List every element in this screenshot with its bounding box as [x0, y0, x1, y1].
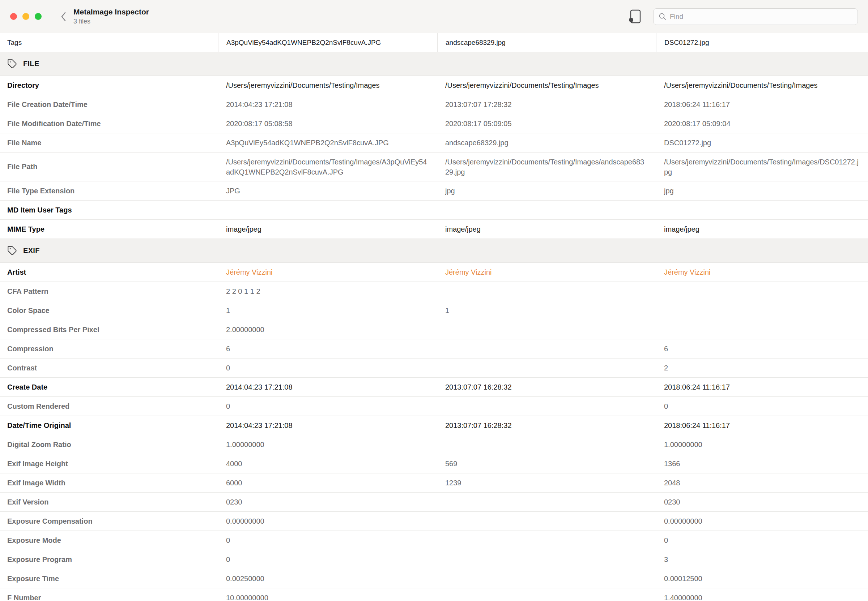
cell-value[interactable] — [437, 289, 656, 293]
cell-value[interactable] — [437, 346, 656, 351]
cell-value[interactable]: 10.00000000 — [218, 592, 437, 601]
cell-value[interactable] — [437, 577, 656, 581]
cell-value[interactable]: 0.00012500 — [656, 572, 868, 585]
cell-value[interactable] — [656, 308, 868, 313]
cell-value[interactable]: /Users/jeremyvizzini/Documents/Testing/I… — [656, 79, 868, 92]
cell-value[interactable]: JPG — [218, 185, 437, 197]
cell-value[interactable]: 2013:07:07 17:28:32 — [437, 98, 656, 111]
cell-value[interactable]: Jérémy Vizzini — [437, 266, 656, 279]
cell-value[interactable]: 569 — [437, 458, 656, 470]
cell-value[interactable]: 2 — [656, 362, 868, 374]
cell-value[interactable]: 1 — [437, 304, 656, 317]
cell-value[interactable]: 2014:04:23 17:21:08 — [218, 98, 437, 111]
cell-value[interactable]: 2020:08:17 05:08:58 — [218, 117, 437, 130]
cell-value[interactable]: 0 — [656, 400, 868, 413]
cell-value[interactable]: 6 — [656, 343, 868, 355]
cell-value[interactable]: jpg — [656, 185, 868, 197]
file-column-header[interactable]: andscape68329.jpg — [437, 33, 656, 52]
cell-value[interactable]: 1.00000000 — [218, 438, 437, 451]
cell-value[interactable] — [656, 289, 868, 293]
find-field[interactable] — [653, 8, 858, 25]
cell-value[interactable]: 2013:07:07 16:28:32 — [437, 381, 656, 394]
cell-value[interactable]: 0230 — [218, 496, 437, 508]
table-row: Exposure Time 0.00250000 0.00012500 — [0, 569, 868, 588]
cell-value[interactable]: 1.40000000 — [656, 592, 868, 601]
cell-value[interactable]: 2018:06:24 11:16:17 — [656, 98, 868, 111]
cell-value[interactable]: /Users/jeremyvizzini/Documents/Testing/I… — [656, 155, 868, 179]
table-row: Create Date 2014:04:23 17:21:08 2013:07:… — [0, 378, 868, 397]
cell-value[interactable]: 4000 — [218, 458, 437, 470]
cell-value[interactable]: Jérémy Vizzini — [656, 266, 868, 279]
cell-value[interactable]: 0.00000000 — [656, 515, 868, 528]
cell-value[interactable] — [437, 538, 656, 543]
window-subtitle: 3 files — [73, 18, 149, 25]
cell-value[interactable]: DSC01272.jpg — [656, 137, 868, 149]
cell-value[interactable]: 6000 — [218, 477, 437, 489]
cell-value[interactable]: 2 2 0 1 1 2 — [218, 285, 437, 298]
cell-value[interactable]: 1366 — [656, 458, 868, 470]
cell-value[interactable]: 0 — [218, 553, 437, 566]
cell-value[interactable]: 2.00000000 — [218, 323, 437, 336]
cell-value[interactable]: image/jpeg — [218, 223, 437, 236]
cell-value[interactable]: image/jpeg — [656, 223, 868, 236]
cell-value[interactable]: 2018:06:24 11:16:17 — [656, 381, 868, 394]
cell-value[interactable] — [437, 442, 656, 447]
row-label: MIME Type — [0, 223, 218, 236]
cell-value[interactable]: 0 — [218, 400, 437, 413]
cell-value[interactable] — [437, 557, 656, 561]
cell-value[interactable]: 2014:04:23 17:21:08 — [218, 419, 437, 432]
cell-value[interactable] — [656, 208, 868, 212]
cell-value[interactable]: image/jpeg — [437, 223, 656, 236]
cell-value[interactable]: 1239 — [437, 477, 656, 489]
document-button[interactable] — [628, 8, 642, 25]
cell-value[interactable]: 2018:06:24 11:16:17 — [656, 419, 868, 432]
cell-value[interactable] — [437, 366, 656, 370]
cell-value[interactable]: jpg — [437, 185, 656, 197]
section-label: FILE — [23, 59, 40, 68]
cell-value[interactable]: 0 — [218, 534, 437, 547]
file-column-header[interactable]: A3pQuViEy54adKQ1WNEPB2Q2nSvlF8cuvA.JPG — [218, 33, 437, 52]
cell-value[interactable]: /Users/jeremyvizzini/Documents/Testing/I… — [437, 155, 656, 179]
cell-value[interactable] — [437, 327, 656, 332]
zoom-button[interactable] — [35, 13, 41, 20]
cell-value[interactable]: /Users/jeremyvizzini/Documents/Testing/I… — [437, 79, 656, 92]
cell-value[interactable] — [437, 596, 656, 600]
cell-value[interactable]: 0 — [656, 534, 868, 547]
file-column-header[interactable]: DSC01272.jpg — [656, 33, 868, 52]
cell-value[interactable] — [437, 404, 656, 408]
minimize-button[interactable] — [23, 13, 29, 20]
table-row: CFA Pattern 2 2 0 1 1 2 — [0, 282, 868, 301]
cell-value[interactable] — [437, 208, 656, 212]
cell-value[interactable]: /Users/jeremyvizzini/Documents/Testing/I… — [218, 155, 437, 179]
table-row: Custom Rendered 0 0 — [0, 397, 868, 416]
cell-value[interactable]: 2013:07:07 16:28:32 — [437, 419, 656, 432]
row-label: File Creation Date/Time — [0, 98, 218, 111]
cell-value[interactable]: 2020:08:17 05:09:05 — [437, 117, 656, 130]
cell-value[interactable] — [656, 327, 868, 332]
cell-value[interactable]: 1.00000000 — [656, 438, 868, 451]
row-label: F Number — [0, 592, 218, 601]
cell-value[interactable] — [218, 208, 437, 212]
back-button[interactable] — [56, 8, 71, 25]
cell-value[interactable]: 2014:04:23 17:21:08 — [218, 381, 437, 394]
cell-value[interactable]: andscape68329.jpg — [437, 137, 656, 149]
chevron-left-icon — [60, 11, 68, 23]
cell-value[interactable]: 3 — [656, 553, 868, 566]
cell-value[interactable]: /Users/jeremyvizzini/Documents/Testing/I… — [218, 79, 437, 92]
cell-value[interactable] — [437, 519, 656, 523]
cell-value[interactable]: 1 — [218, 304, 437, 317]
table-row: File Type Extension JPG jpg jpg — [0, 182, 868, 201]
cell-value[interactable]: 2048 — [656, 477, 868, 489]
cell-value[interactable]: 2020:08:17 05:09:04 — [656, 117, 868, 130]
cell-value[interactable]: 0.00000000 — [218, 515, 437, 528]
find-input[interactable] — [670, 13, 853, 21]
cell-value[interactable]: 0.00250000 — [218, 572, 437, 585]
cell-value[interactable]: 6 — [218, 343, 437, 355]
cell-value[interactable]: 0230 — [656, 496, 868, 508]
cell-value[interactable]: Jérémy Vizzini — [218, 266, 437, 279]
row-label: Contrast — [0, 362, 218, 374]
cell-value[interactable]: A3pQuViEy54adKQ1WNEPB2Q2nSvlF8cuvA.JPG — [218, 137, 437, 149]
cell-value[interactable] — [437, 500, 656, 504]
close-button[interactable] — [10, 13, 17, 20]
cell-value[interactable]: 0 — [218, 362, 437, 374]
